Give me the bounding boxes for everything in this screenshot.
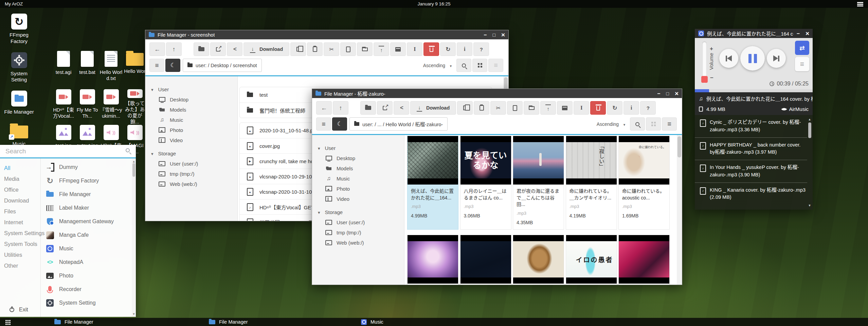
pause-button[interactable] [740, 46, 765, 71]
list-view-button[interactable] [488, 59, 503, 72]
upload-button[interactable] [540, 101, 556, 115]
scroll-down-icon[interactable]: ▾ [808, 203, 811, 208]
sidebar-item[interactable]: Models [312, 163, 404, 173]
up-button[interactable] [333, 101, 348, 115]
sidebar-item[interactable]: Desktop [312, 153, 404, 163]
minimize-button[interactable] [797, 31, 800, 36]
app-list-item[interactable]: File Manager [46, 188, 136, 201]
sidebar-item[interactable]: User (user:/) [145, 158, 237, 169]
file-grid-scrollbar[interactable] [677, 135, 682, 285]
file-tile[interactable]: 夢と葉桜＿青木月 [513, 235, 564, 285]
sidebar-item[interactable]: Desktop [145, 94, 237, 104]
sidebar-section-user[interactable]: User [312, 143, 404, 153]
app-list-item[interactable]: FFmpeg Factory [46, 174, 136, 188]
category-item[interactable]: Media [2, 173, 40, 184]
sort-dropdown[interactable]: Ascending [593, 117, 630, 131]
close-button[interactable] [501, 32, 505, 38]
desktop-icon[interactable]: Music [3, 123, 35, 147]
app-list-item[interactable]: NotepadA [46, 255, 136, 269]
archive-button[interactable] [557, 101, 573, 115]
repeat-button[interactable] [795, 41, 809, 55]
upload-button[interactable] [374, 42, 389, 56]
maximize-button[interactable] [666, 91, 669, 96]
app-list-item[interactable]: Recorder [46, 283, 136, 296]
exit-button[interactable]: Exit [0, 302, 41, 317]
sidebar-toggle-button[interactable] [149, 59, 164, 72]
share-button[interactable] [394, 101, 409, 115]
file-tile[interactable]: 命に嫌われている。 命に嫌われている。acoustic co... .mp3 1… [618, 136, 670, 230]
file-tile[interactable]: 「寂しい」 命に嫌われている。＿カンザキイオリ... .mp3 4.19MB [566, 136, 617, 230]
sidebar-section-storage[interactable]: Storage [145, 149, 237, 158]
minimize-button[interactable] [657, 91, 661, 96]
download-button[interactable]: Download [410, 101, 456, 115]
sidebar-toggle-button[interactable] [316, 117, 331, 131]
desktop-file[interactable]: Hello World.txt [99, 51, 123, 89]
app-list-item[interactable]: Dummy [46, 160, 136, 174]
volume-minus[interactable]: − [710, 75, 713, 81]
sidebar-item[interactable]: Photo [312, 184, 404, 194]
app-list-scrollbar[interactable]: ▴ ▾ [132, 158, 136, 317]
scroll-down-icon[interactable]: ▾ [132, 312, 135, 316]
category-item[interactable]: All [2, 162, 40, 173]
file-tile[interactable]: 春＿HarryP cover [460, 235, 511, 285]
taskbar-item[interactable]: File Manager [209, 318, 248, 326]
previous-track-button[interactable] [719, 49, 738, 68]
desktop-icon[interactable]: System Setting [3, 52, 35, 83]
category-item[interactable]: System Settings [2, 228, 40, 238]
search-button[interactable] [630, 117, 645, 131]
desktop-file[interactable]: 【歌ってみた】あの夏が飽... [123, 89, 147, 125]
scrollbar-thumb[interactable] [808, 122, 811, 138]
sort-dropdown[interactable]: Ascending [419, 59, 456, 72]
desktop-file[interactable]: Fly Me To Th... [75, 89, 99, 125]
taskbar-item[interactable]: File Manager [54, 318, 93, 326]
app-list-item[interactable]: System Setting [46, 296, 136, 310]
cut-button[interactable] [490, 101, 506, 115]
playlist-item[interactable]: KING _ Kanaria cover. by 柘榴-zakuro-.mp3 … [695, 183, 807, 205]
delete-button[interactable] [423, 42, 439, 56]
delete-button[interactable] [590, 101, 606, 115]
sidebar-item[interactable]: Music [312, 173, 404, 184]
close-button[interactable] [675, 90, 679, 97]
new-folder-button[interactable] [357, 42, 373, 56]
category-item[interactable]: Internet [2, 217, 40, 228]
sidebar-item[interactable]: Video [145, 135, 237, 145]
playlist-item[interactable]: Cynic _ ポリスピカデリー cover. by 柘榴-zakuro-.mp… [695, 115, 807, 138]
category-item[interactable]: Office [2, 184, 40, 195]
search-button[interactable] [456, 59, 471, 72]
new-folder-button[interactable] [524, 101, 539, 115]
share-button[interactable] [227, 42, 242, 56]
open-new-window-button[interactable] [377, 101, 393, 115]
scroll-up-icon[interactable]: ▴ [808, 117, 811, 121]
list-view-button[interactable] [662, 117, 677, 131]
minimize-button[interactable] [484, 32, 487, 38]
cut-button[interactable] [324, 42, 339, 56]
download-button[interactable]: Download [243, 42, 289, 56]
refresh-button[interactable] [440, 42, 456, 56]
new-file-button[interactable] [507, 101, 523, 115]
desktop-icon[interactable]: FFmpeg Factory [3, 14, 35, 45]
window-titlebar[interactable]: 例えば、今此処に置かれた花に＿164 c⋯ [695, 29, 813, 38]
sidebar-item[interactable]: User (user:/) [312, 217, 404, 227]
file-tile[interactable]: 夏を見ているかな 八月のレイニー＿はるまきごはん co... .mp3 3.06… [460, 136, 511, 230]
sidebar-section-user[interactable]: User [145, 84, 237, 94]
sidebar-item[interactable]: Photo [145, 125, 237, 135]
back-button[interactable] [316, 101, 332, 115]
sidebar-item[interactable]: Models [145, 104, 237, 115]
paste-button[interactable] [307, 42, 323, 56]
file-tile[interactable]: 例えば、今此処に置かれた花に＿164... .mp3 4.99MB [407, 136, 458, 230]
info-button[interactable] [457, 42, 472, 56]
desktop-icon[interactable]: File Manager [3, 91, 35, 115]
file-tile[interactable]: 君が夜の海に還るまで＿こんにちは谷田... .mp3 4.35MB [513, 136, 564, 230]
volume-plus[interactable]: + [710, 45, 713, 52]
archive-button[interactable] [390, 42, 406, 56]
copy-button[interactable] [457, 101, 473, 115]
playlist-scrollbar[interactable]: ▴ ▾ [808, 117, 812, 208]
app-launcher-icon[interactable] [5, 320, 7, 321]
desktop-file[interactable]: Hello Wor [123, 51, 147, 89]
playlist-item[interactable]: In Your Hands _ yusukeP cover. by 柘榴-zak… [695, 160, 807, 183]
sidebar-item[interactable]: Music [145, 115, 237, 125]
rename-button[interactable] [574, 101, 589, 115]
category-item[interactable]: Download [2, 195, 40, 206]
category-item[interactable]: Utilities [2, 249, 40, 260]
desktop-file[interactable]: test.agi [52, 51, 75, 89]
